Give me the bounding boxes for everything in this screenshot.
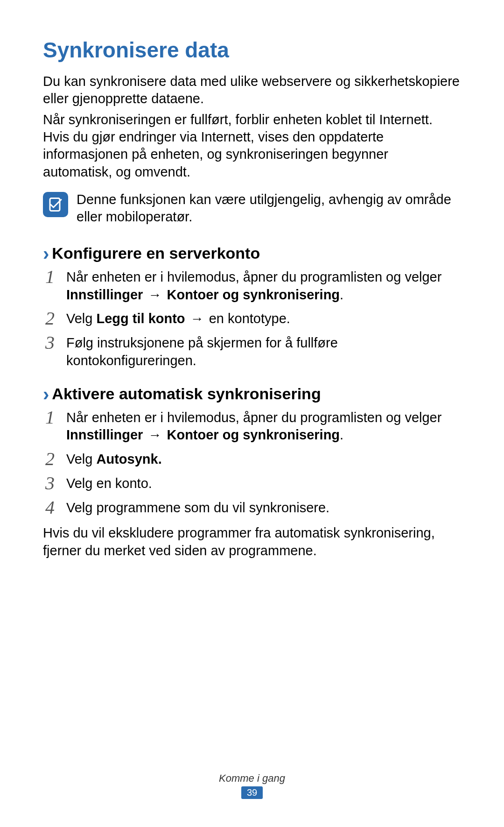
- page-number: 39: [241, 786, 263, 799]
- page-title: Synkronisere data: [43, 37, 461, 63]
- intro-paragraph: Når synkroniseringen er fullført, forbli…: [43, 111, 461, 180]
- note-text: Denne funksjonen kan være utilgjengelig,…: [77, 191, 461, 226]
- subsection-title: Aktivere automatisk synkronisering: [52, 385, 321, 403]
- step-item: 3 Følg instruksjonene på skjermen for å …: [43, 334, 461, 369]
- step-text: Når enheten er i hvilemodus, åpner du pr…: [66, 409, 461, 444]
- note-icon: [43, 192, 68, 217]
- step-item: 3 Velg en konto.: [43, 475, 461, 493]
- page-footer: Komme i gang 39: [0, 772, 504, 799]
- subsection-heading: › Konfigurere en serverkonto: [43, 244, 461, 263]
- intro-paragraph: Du kan synkronisere data med ulike webse…: [43, 73, 461, 107]
- chevron-right-icon: ›: [43, 244, 49, 263]
- step-number: 1: [43, 268, 57, 286]
- step-number: 3: [43, 474, 57, 493]
- step-number: 4: [43, 498, 57, 517]
- step-list: 1 Når enheten er i hvilemodus, åpner du …: [43, 269, 461, 370]
- step-item: 2 Velg Autosynk.: [43, 451, 461, 468]
- chapter-label: Komme i gang: [0, 772, 504, 785]
- subsection-title: Konfigurere en serverkonto: [52, 244, 260, 262]
- step-number: 1: [43, 408, 57, 427]
- step-number: 2: [43, 309, 57, 328]
- step-item: 1 Når enheten er i hvilemodus, åpner du …: [43, 409, 461, 444]
- step-number: 2: [43, 450, 57, 468]
- closing-paragraph: Hvis du vil ekskludere programmer fra au…: [43, 524, 461, 559]
- step-text: Velg programmene som du vil synkronisere…: [66, 499, 329, 517]
- chevron-right-icon: ›: [43, 385, 49, 403]
- step-text: Følg instruksjonene på skjermen for å fu…: [66, 334, 461, 369]
- step-text: Velg Legg til konto → en kontotype.: [66, 310, 290, 328]
- note-callout: Denne funksjonen kan være utilgjengelig,…: [43, 191, 461, 226]
- step-item: 2 Velg Legg til konto → en kontotype.: [43, 310, 461, 328]
- step-item: 4 Velg programmene som du vil synkronise…: [43, 499, 461, 517]
- step-text: Velg en konto.: [66, 475, 152, 493]
- subsection-heading: › Aktivere automatisk synkronisering: [43, 385, 461, 403]
- step-list: 1 Når enheten er i hvilemodus, åpner du …: [43, 409, 461, 517]
- step-text: Velg Autosynk.: [66, 451, 162, 468]
- manual-page: Synkronisere data Du kan synkronisere da…: [0, 0, 504, 559]
- step-number: 3: [43, 333, 57, 352]
- step-item: 1 Når enheten er i hvilemodus, åpner du …: [43, 269, 461, 304]
- step-text: Når enheten er i hvilemodus, åpner du pr…: [66, 269, 461, 304]
